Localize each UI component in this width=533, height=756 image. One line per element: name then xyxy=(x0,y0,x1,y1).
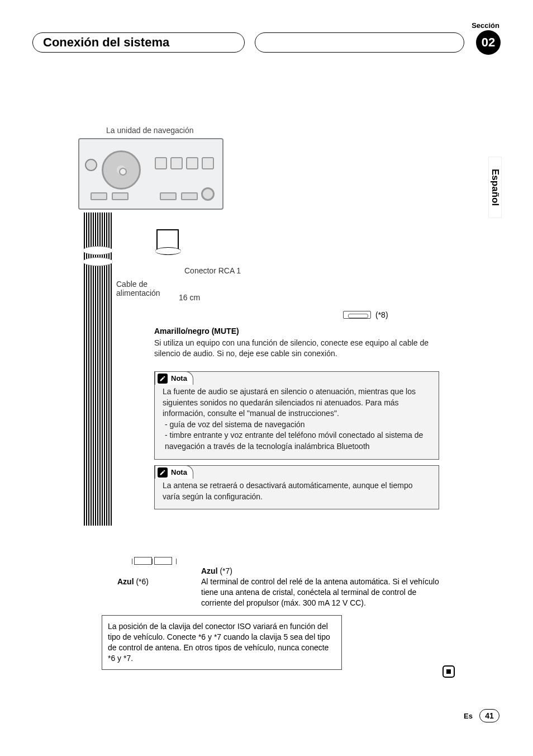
port-icon xyxy=(170,157,183,169)
azul-6-label: Azul (*6) xyxy=(117,577,149,586)
iso-connectors-illustration xyxy=(134,557,179,568)
diagram-content: La unidad de navegación xyxy=(73,126,475,210)
rca-label: Conector RCA 1 xyxy=(184,266,241,275)
azul-7-body: Al terminal de control del relé de la an… xyxy=(201,577,447,608)
page-footer: Es 41 xyxy=(464,709,499,722)
mute-title: Amarillo/negro (MUTE) xyxy=(154,327,445,336)
mute-body: Si utiliza un equipo con una función de … xyxy=(154,338,445,359)
iso-connector-icon xyxy=(134,557,152,565)
page-title-pill: Conexión del sistema xyxy=(32,32,245,53)
round-port-icon xyxy=(201,187,215,201)
connector-icon xyxy=(112,192,129,200)
speaker-icon xyxy=(85,159,97,171)
iso-connector-icon xyxy=(154,557,172,565)
section-end-icon xyxy=(442,665,455,678)
note-label: Nota xyxy=(171,374,187,382)
page-header: Sección Conexión del sistema 02 xyxy=(0,0,533,56)
note2-body: La antena se retraerá o desactivará auto… xyxy=(163,480,431,502)
port-icon xyxy=(186,157,198,169)
nav-unit-illustration xyxy=(78,138,223,210)
fuse-icon xyxy=(343,311,371,319)
connector-icon xyxy=(160,192,177,200)
page-title: Conexión del sistema xyxy=(43,35,169,50)
azul-7-block: Azul (*7) Al terminal de control del rel… xyxy=(201,566,447,608)
port-icon xyxy=(155,157,167,169)
azul-7-text: Azul xyxy=(201,566,218,575)
section-number-badge: 02 xyxy=(476,30,501,55)
connector-icon xyxy=(91,192,107,200)
note-box-2: Nota La antena se retraerá o desactivará… xyxy=(154,465,439,509)
note-box-1: Nota La fuente de audio se ajustará en s… xyxy=(154,371,439,460)
cable-break-icon xyxy=(83,246,113,255)
cable-break-icon xyxy=(155,247,181,255)
language-tab: Español xyxy=(488,157,502,218)
azul-6-suffix: (*6) xyxy=(134,577,149,586)
footer-page-number: 41 xyxy=(479,709,499,722)
language-tab-text: Español xyxy=(489,169,501,206)
note1-body: La fuente de audio se ajustará en silenc… xyxy=(163,386,431,419)
connector-icon xyxy=(181,192,198,200)
note-tab: Nota xyxy=(155,371,193,385)
pencil-icon xyxy=(158,374,168,384)
note1-item2: - timbre entrante y voz entrante del tel… xyxy=(165,430,431,452)
fuse-ref-label: (*8) xyxy=(375,310,388,319)
note-label: Nota xyxy=(171,468,187,476)
note-tab: Nota xyxy=(155,465,193,479)
cable-break-icon xyxy=(83,257,113,266)
note1-item1: - guía de voz del sistema de navegación xyxy=(165,419,431,431)
nav-unit-label: La unidad de navegación xyxy=(106,126,475,135)
section-label: Sección xyxy=(472,21,499,30)
length-label: 16 cm xyxy=(179,293,200,302)
footer-lang: Es xyxy=(464,712,473,720)
iso-note-box: La posición de la clavija del conector I… xyxy=(102,615,342,670)
azul-6-text: Azul xyxy=(117,577,134,586)
mute-wire-section: Amarillo/negro (MUTE) Si utiliza un equi… xyxy=(154,327,445,359)
port-icon xyxy=(202,157,214,169)
azul-7-suffix: (*7) xyxy=(218,566,232,575)
pencil-icon xyxy=(158,467,168,478)
disc-icon xyxy=(102,150,141,190)
power-cable-label: Cable de alimentación xyxy=(116,280,160,297)
header-right-pill xyxy=(255,32,464,53)
